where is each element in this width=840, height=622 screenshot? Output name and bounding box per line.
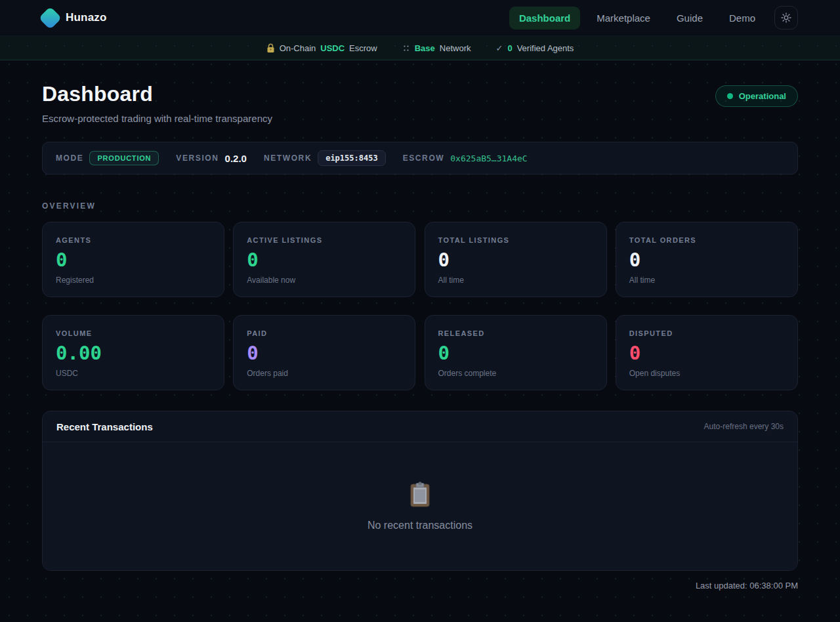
version-group: VERSION 0.2.0: [176, 153, 247, 164]
stat-value: 0: [629, 250, 784, 271]
stat-card-total-orders: TOTAL ORDERS 0 All time: [616, 222, 798, 297]
stat-card-paid: PAID 0 Orders paid: [233, 315, 415, 390]
recent-transactions-panel: Recent Transactions Auto-refresh every 3…: [42, 411, 798, 571]
onchain-escrow-status: On-Chain USDC Escrow: [266, 43, 377, 53]
status-strip: On-Chain USDC Escrow Base Network ✓ 0 Ve…: [0, 36, 840, 60]
stat-sub: USDC: [56, 369, 211, 378]
escrow-address[interactable]: 0x625aB5…31A4eC: [450, 154, 527, 163]
stat-value: 0: [56, 250, 211, 271]
clipboard-icon: [408, 482, 432, 508]
stat-label: RELEASED: [438, 329, 593, 337]
stat-value: 0: [438, 250, 593, 271]
stat-value: 0: [247, 250, 402, 271]
stat-label: ACTIVE LISTINGS: [247, 236, 402, 244]
operational-status-badge: Operational: [715, 85, 798, 107]
stat-card-disputed: DISPUTED 0 Open disputes: [616, 315, 798, 390]
stat-sub: All time: [438, 276, 593, 285]
stat-card-volume: VOLUME 0.00 USDC: [42, 315, 224, 390]
transactions-header: Recent Transactions Auto-refresh every 3…: [43, 411, 797, 442]
version-value: 0.2.0: [225, 153, 247, 164]
escrow-label: Escrow: [349, 43, 377, 53]
network-label: Network: [440, 43, 471, 53]
network-group: NETWORK eip155:8453: [264, 150, 386, 166]
stat-card-agents: AGENTS 0 Registered: [42, 222, 224, 297]
network-id-badge: eip155:8453: [318, 150, 385, 166]
overview-heading: OVERVIEW: [42, 201, 798, 211]
stats-grid: AGENTS 0 Registered ACTIVE LISTINGS 0 Av…: [42, 222, 798, 390]
stat-label: TOTAL LISTINGS: [438, 236, 593, 244]
status-badge-label: Operational: [739, 91, 786, 101]
mode-group: MODE PRODUCTION: [56, 151, 159, 165]
escrow-group: ESCROW 0x625aB5…31A4eC: [403, 154, 528, 163]
page-subtitle: Escrow-protected trading with real-time …: [42, 113, 272, 124]
network-label: NETWORK: [264, 154, 312, 163]
stat-sub: Open disputes: [629, 369, 784, 378]
stat-card-active-listings: ACTIVE LISTINGS 0 Available now: [233, 222, 415, 297]
theme-toggle-button[interactable]: [774, 6, 798, 30]
last-updated-text: Last updated: 06:38:00 PM: [42, 581, 798, 591]
environment-info-bar: MODE PRODUCTION VERSION 0.2.0 NETWORK ei…: [42, 142, 798, 175]
verified-count: 0: [507, 43, 512, 53]
transactions-empty-state: No recent transactions: [43, 442, 797, 570]
stat-label: AGENTS: [56, 236, 211, 244]
network-status: Base Network: [402, 43, 471, 53]
stat-sub: Orders complete: [438, 369, 593, 378]
stat-label: TOTAL ORDERS: [629, 236, 784, 244]
top-header: Hunazo Dashboard Marketplace Guide Demo: [0, 0, 840, 36]
stat-value: 0: [438, 343, 593, 364]
stat-card-total-listings: TOTAL LISTINGS 0 All time: [425, 222, 607, 297]
stat-sub: All time: [629, 276, 784, 285]
onchain-label: On-Chain: [280, 43, 316, 53]
base-label: Base: [415, 43, 435, 53]
brand-logo[interactable]: Hunazo: [42, 10, 107, 26]
production-badge: PRODUCTION: [89, 151, 159, 165]
page-title: Dashboard: [42, 82, 272, 106]
usdc-label: USDC: [320, 43, 345, 53]
nav-item-demo[interactable]: Demo: [719, 7, 765, 30]
stat-value: 0: [629, 343, 784, 364]
stat-sub: Available now: [247, 276, 402, 285]
stat-label: PAID: [247, 329, 402, 337]
verified-agents-label: Verified Agents: [517, 43, 574, 53]
check-icon: ✓: [496, 43, 503, 53]
mode-label: MODE: [56, 154, 83, 163]
brand-name: Hunazo: [66, 11, 107, 24]
auto-refresh-note: Auto-refresh every 30s: [704, 422, 784, 431]
version-label: VERSION: [176, 154, 219, 163]
nav-item-marketplace[interactable]: Marketplace: [587, 7, 660, 30]
hunazo-diamond-icon: [39, 6, 62, 29]
nav-item-dashboard[interactable]: Dashboard: [509, 7, 580, 30]
stat-sub: Orders paid: [247, 369, 402, 378]
page-hero: Dashboard Escrow-protected trading with …: [42, 60, 798, 124]
stat-card-released: RELEASED 0 Orders complete: [425, 315, 607, 390]
transactions-title: Recent Transactions: [56, 421, 153, 432]
nav-item-guide[interactable]: Guide: [667, 7, 713, 30]
escrow-label: ESCROW: [403, 154, 445, 163]
verified-agents-status: ✓ 0 Verified Agents: [496, 43, 574, 53]
stat-label: VOLUME: [56, 329, 211, 337]
stat-sub: Registered: [56, 276, 211, 285]
stat-label: DISPUTED: [629, 329, 784, 337]
sun-icon: [781, 12, 791, 23]
empty-transactions-text: No recent transactions: [368, 520, 472, 531]
stat-value: 0: [247, 343, 402, 364]
main-nav: Dashboard Marketplace Guide Demo: [509, 6, 798, 30]
status-dot-icon: [727, 93, 733, 99]
chain-icon: [402, 44, 410, 52]
stat-value: 0.00: [56, 343, 211, 364]
lock-icon: [266, 43, 275, 53]
